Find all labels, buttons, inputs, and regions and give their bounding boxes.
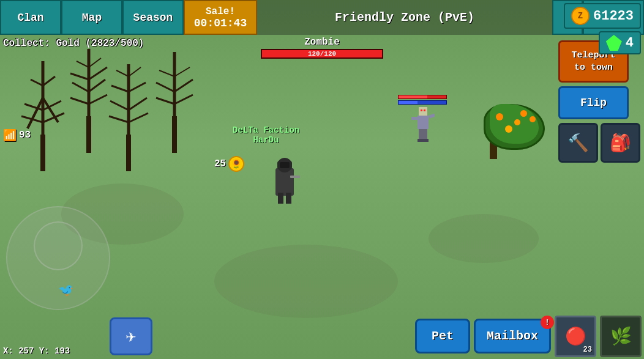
mailbox-button[interactable]: Mailbox ! bbox=[474, 319, 551, 353]
svg-line-27 bbox=[129, 83, 146, 92]
bag-button[interactable]: 🎒 bbox=[601, 123, 640, 163]
svg-line-16 bbox=[70, 98, 89, 104]
svg-line-24 bbox=[109, 116, 129, 122]
small-creature: 🐦 bbox=[58, 283, 73, 298]
tree-3 bbox=[104, 55, 153, 171]
svg-line-34 bbox=[156, 98, 174, 104]
svg-rect-40 bbox=[424, 109, 425, 111]
svg-rect-43 bbox=[429, 114, 435, 119]
gem-icon bbox=[606, 35, 622, 51]
mailbox-notification-badge: ! bbox=[541, 316, 554, 329]
player-character bbox=[269, 156, 300, 208]
tree-4 bbox=[153, 46, 196, 153]
svg-line-19 bbox=[89, 58, 101, 67]
svg-line-36 bbox=[159, 70, 174, 76]
signal-display: 📶 93 bbox=[3, 128, 31, 142]
collect-notification: Collect: Gold (2823/500) bbox=[3, 38, 144, 49]
bottom-hud: ✈ Pet Mailbox ! 🔴 23 🌿 bbox=[0, 313, 644, 359]
right-panel-tools: 🔨 🎒 bbox=[558, 123, 640, 163]
gem-amount: 4 bbox=[626, 35, 634, 51]
svg-line-32 bbox=[156, 83, 174, 92]
item-slot-2[interactable]: 🌿 bbox=[600, 316, 642, 357]
player-name: HarDu bbox=[233, 135, 299, 145]
svg-rect-20 bbox=[126, 135, 131, 171]
svg-rect-51 bbox=[280, 162, 290, 168]
sunflower-icon: 🌻 bbox=[228, 156, 244, 172]
sale-timer: 00:01:43 bbox=[194, 17, 247, 29]
zombie-hp-bar: 120/120 bbox=[261, 49, 383, 59]
svg-rect-30 bbox=[172, 116, 177, 153]
svg-line-18 bbox=[77, 61, 89, 67]
flip-button[interactable]: Flip bbox=[558, 86, 629, 119]
svg-line-37 bbox=[174, 67, 190, 76]
zombie-info: Zombie 120/120 bbox=[261, 37, 383, 60]
zone-label: Friendly Zone (PvE) bbox=[257, 0, 552, 35]
zombie-hp-text: 120/120 bbox=[308, 50, 336, 57]
send-icon: ✈ bbox=[126, 326, 137, 347]
gem-display: 4 bbox=[599, 31, 641, 54]
score-value: 25 bbox=[214, 158, 226, 169]
coordinates-display: X: 257 Y: 193 bbox=[3, 346, 70, 356]
svg-rect-42 bbox=[411, 117, 417, 120]
svg-rect-57 bbox=[286, 193, 291, 204]
joystick-inner-ring bbox=[34, 221, 83, 270]
tree-1 bbox=[18, 49, 67, 171]
svg-rect-47 bbox=[422, 139, 429, 142]
currency-display: Z 61223 4 bbox=[564, 3, 641, 54]
svg-line-12 bbox=[72, 83, 89, 92]
svg-line-25 bbox=[129, 113, 148, 122]
wifi-icon: 📶 bbox=[3, 128, 17, 142]
svg-rect-10 bbox=[86, 116, 91, 153]
svg-rect-0 bbox=[40, 135, 45, 171]
svg-rect-45 bbox=[423, 129, 427, 140]
svg-rect-52 bbox=[290, 176, 300, 178]
item-1-icon: 🔴 bbox=[565, 326, 586, 347]
svg-rect-41 bbox=[417, 116, 429, 129]
clan-button[interactable]: Clan bbox=[0, 0, 61, 35]
sale-button[interactable]: Sale! 00:01:43 bbox=[184, 0, 257, 35]
player-faction: DeLTa Faction bbox=[233, 125, 299, 135]
svg-rect-39 bbox=[421, 109, 422, 111]
right-panel: Teleport to town Flip 🔨 🎒 bbox=[555, 37, 644, 166]
player-label: DeLTa Faction HarDu bbox=[233, 125, 299, 145]
item-1-count: 23 bbox=[583, 346, 592, 354]
svg-line-14 bbox=[70, 73, 89, 80]
svg-rect-44 bbox=[419, 129, 423, 140]
gold-coin-icon: Z bbox=[571, 7, 590, 25]
svg-line-6 bbox=[43, 76, 55, 86]
svg-line-22 bbox=[110, 101, 129, 110]
send-button[interactable]: ✈ bbox=[110, 317, 152, 355]
zombie-character bbox=[410, 95, 447, 153]
svg-line-23 bbox=[129, 98, 147, 110]
svg-line-13 bbox=[89, 80, 105, 92]
svg-line-29 bbox=[129, 67, 141, 76]
svg-line-35 bbox=[174, 95, 193, 104]
fruit-bush bbox=[484, 104, 545, 159]
svg-rect-38 bbox=[419, 107, 427, 116]
gold-display: Z 61223 bbox=[564, 3, 641, 29]
top-hud: Clan Map Season Sale! 00:01:43 Friendly … bbox=[0, 0, 644, 35]
map-button[interactable]: Map bbox=[61, 0, 122, 35]
hammer-button[interactable]: 🔨 bbox=[558, 123, 598, 163]
svg-line-1 bbox=[28, 98, 43, 128]
sale-label: Sale! bbox=[206, 6, 235, 17]
zombie-name: Zombie bbox=[261, 37, 383, 48]
item-2-icon: 🌿 bbox=[610, 326, 632, 347]
svg-line-26 bbox=[111, 86, 129, 92]
gold-amount: 61223 bbox=[593, 9, 634, 24]
player-score: 25 🌻 bbox=[214, 156, 244, 172]
season-button[interactable]: Season bbox=[122, 0, 184, 35]
svg-rect-56 bbox=[278, 193, 283, 204]
signal-value: 93 bbox=[19, 130, 31, 141]
item-slot-1[interactable]: 🔴 23 bbox=[555, 316, 596, 357]
svg-line-5 bbox=[31, 80, 43, 86]
svg-line-28 bbox=[116, 70, 129, 76]
pet-button[interactable]: Pet bbox=[415, 319, 470, 353]
svg-line-33 bbox=[174, 80, 193, 92]
